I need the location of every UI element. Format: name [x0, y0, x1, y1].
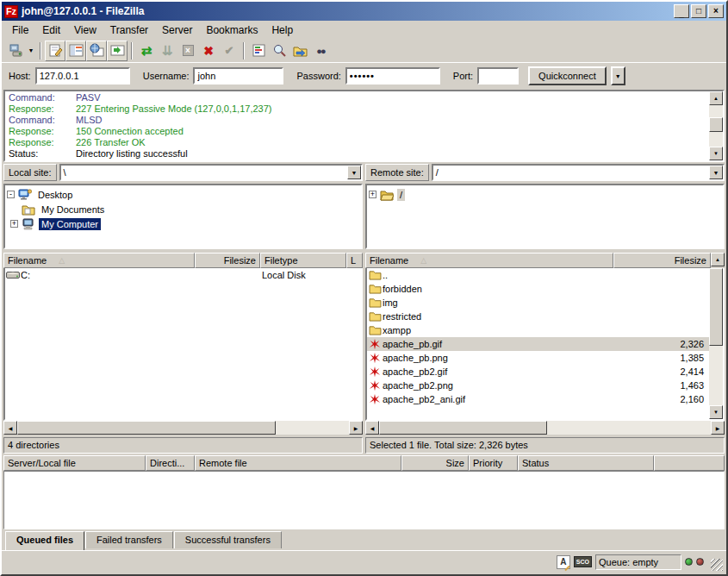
column-filesize[interactable]: Filesize	[195, 253, 260, 268]
collapse-icon[interactable]: -	[7, 191, 15, 198]
password-input[interactable]	[345, 67, 440, 85]
remote-file-row[interactable]: apache_pb2.png 1,463	[367, 379, 709, 392]
remote-file-row-selected[interactable]: apache_pb.gif 2,326	[367, 337, 709, 351]
column-filesize[interactable]: Filesize	[613, 253, 711, 268]
synchronized-browsing-button[interactable]	[289, 41, 310, 61]
local-status-text: 4 directories	[3, 437, 363, 454]
column-filetype[interactable]: Filetype	[260, 253, 346, 268]
title-bar[interactable]: Fz john@127.0.0.1 - FileZilla _ □ ×	[2, 2, 726, 21]
expand-icon[interactable]: +	[369, 191, 376, 198]
queue-body[interactable]	[3, 471, 725, 529]
remote-site-dropdown-icon[interactable]: ▼	[709, 166, 723, 179]
username-input[interactable]	[193, 67, 283, 85]
compare-icon	[272, 43, 287, 58]
scroll-right-icon[interactable]: ▶	[349, 421, 363, 435]
host-input[interactable]	[35, 67, 130, 85]
toggle-transfer-queue-button[interactable]	[107, 41, 128, 61]
remote-file-row[interactable]: restricted	[367, 310, 709, 323]
speed-limit-indicator[interactable]: SCO	[574, 556, 592, 567]
local-file-row[interactable]: C: Local Disk	[5, 268, 361, 282]
local-site-row: Local site: \ ▼	[3, 163, 363, 182]
column-last-modified[interactable]: L	[346, 253, 363, 268]
minimize-button[interactable]: _	[674, 4, 689, 18]
message-log-lines[interactable]: Command:PASV Response:227 Entering Passi…	[5, 91, 709, 160]
local-directory-tree[interactable]: - Desktop My Documents +	[3, 184, 363, 249]
resize-grip[interactable]	[711, 559, 723, 571]
tab-queued-files[interactable]: Queued files	[5, 531, 84, 550]
filter-icon	[252, 43, 266, 58]
column-filename[interactable]: Filename△	[3, 253, 195, 268]
quickconnect-dropdown[interactable]: ▼	[611, 66, 625, 85]
scrollbar-thumb[interactable]	[709, 117, 723, 132]
local-list-body[interactable]: C: Local Disk	[3, 268, 363, 421]
scroll-down-icon[interactable]: ▼	[709, 405, 723, 419]
tree-item-root[interactable]: + /	[369, 187, 721, 202]
scroll-up-icon[interactable]: ▲	[709, 91, 723, 105]
remote-list-body[interactable]: .. forbidden img	[365, 268, 725, 421]
scroll-down-icon[interactable]: ▼	[709, 147, 723, 160]
directory-comparison-button[interactable]	[269, 41, 289, 61]
log-scrollbar[interactable]: ▲ ▼	[709, 91, 723, 160]
toggle-local-tree-button[interactable]	[65, 41, 86, 61]
column-direction[interactable]: Directi...	[146, 455, 195, 471]
tree-item-my-documents[interactable]: My Documents	[7, 202, 359, 216]
scroll-right-icon[interactable]: ▶	[711, 421, 725, 435]
remote-file-row[interactable]: xampp	[367, 323, 709, 337]
reconnect-button[interactable]: ✔	[219, 41, 240, 61]
menu-file[interactable]: File	[5, 22, 35, 39]
maximize-button[interactable]: □	[691, 4, 706, 18]
disconnect-button[interactable]: ✖	[198, 41, 219, 61]
column-filename[interactable]: Filename△	[365, 253, 613, 268]
close-button[interactable]: ×	[708, 4, 724, 18]
column-server-local-file[interactable]: Server/Local file	[3, 455, 146, 471]
remote-directory-tree[interactable]: + /	[365, 184, 725, 249]
toggle-remote-tree-button[interactable]	[86, 41, 107, 61]
menu-bookmarks[interactable]: Bookmarks	[199, 22, 264, 39]
scrollbar-thumb[interactable]	[17, 421, 276, 435]
cancel-operation-button[interactable]: ×	[177, 41, 198, 61]
tab-failed-transfers[interactable]: Failed transfers	[85, 531, 173, 548]
expand-icon[interactable]: +	[10, 220, 18, 228]
toggle-message-log-button[interactable]	[45, 41, 65, 61]
tab-successful-transfers[interactable]: Successful transfers	[174, 531, 282, 548]
column-status[interactable]: Status	[518, 455, 654, 471]
find-files-button[interactable]: ●●	[310, 41, 331, 61]
remote-file-row[interactable]: img	[367, 296, 709, 310]
tree-item-desktop[interactable]: - Desktop	[7, 187, 359, 202]
remote-file-row[interactable]: ..	[367, 268, 709, 282]
remote-vertical-scrollbar[interactable]: ▼	[709, 268, 723, 419]
local-site-dropdown-icon[interactable]: ▼	[347, 166, 361, 179]
menu-transfer[interactable]: Transfer	[103, 22, 155, 39]
column-priority[interactable]: Priority	[469, 455, 518, 471]
scroll-left-icon[interactable]: ◀	[3, 421, 17, 435]
remote-file-row[interactable]: forbidden	[367, 282, 709, 296]
column-remote-file[interactable]: Remote file	[195, 455, 401, 471]
menu-view[interactable]: View	[67, 22, 103, 39]
remote-site-combobox[interactable]: / ▼	[432, 164, 725, 181]
column-size[interactable]: Size	[401, 455, 469, 471]
transfer-type-ascii-icon[interactable]: A	[557, 555, 570, 569]
refresh-button[interactable]: ⇄	[136, 41, 157, 61]
site-manager-dropdown[interactable]: ▼	[26, 41, 36, 60]
quickconnect-button[interactable]: Quickconnect	[528, 66, 607, 85]
menu-server[interactable]: Server	[155, 22, 199, 39]
port-input[interactable]	[477, 67, 519, 85]
remote-file-row[interactable]: apache_pb2.gif 2,414	[367, 365, 709, 379]
tree-item-my-computer[interactable]: + My Computer	[7, 216, 359, 231]
menu-help[interactable]: Help	[264, 22, 300, 39]
remote-file-row[interactable]: apache_pb.png 1,385	[367, 351, 709, 365]
local-pane: Local site: \ ▼ - Desktop	[3, 163, 363, 454]
remote-file-row[interactable]: apache_pb2_ani.gif 2,160	[367, 392, 709, 406]
process-queue-icon: ⇊	[162, 43, 173, 59]
scrollbar-thumb[interactable]	[379, 421, 547, 435]
local-site-combobox[interactable]: \ ▼	[59, 164, 363, 181]
scroll-left-icon[interactable]: ◀	[365, 421, 379, 435]
scrollbar-thumb[interactable]	[709, 268, 723, 346]
process-queue-button[interactable]: ⇊	[157, 41, 177, 61]
site-manager-button[interactable]	[5, 41, 26, 61]
remote-horizontal-scrollbar[interactable]: ◀ ▶	[365, 421, 725, 435]
filter-button[interactable]	[248, 41, 269, 61]
menu-edit[interactable]: Edit	[35, 22, 67, 39]
local-horizontal-scrollbar[interactable]: ◀ ▶	[3, 421, 363, 435]
scroll-up-icon[interactable]: ▲	[711, 253, 725, 266]
